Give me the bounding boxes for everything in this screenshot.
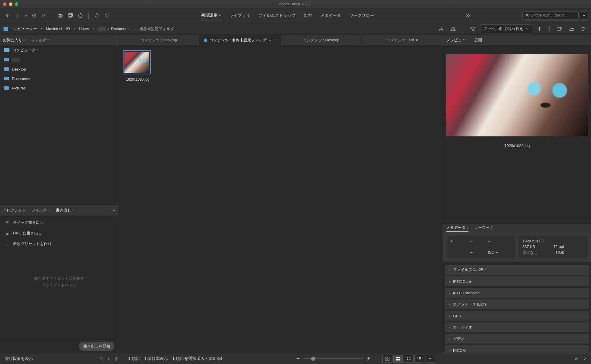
preview-image[interactable] — [446, 54, 588, 136]
edit-icon[interactable]: ✎ — [100, 356, 103, 361]
recent-button[interactable] — [30, 11, 38, 20]
export-dng[interactable]: ≣DNG に書き出し — [0, 228, 118, 239]
workspace-output[interactable]: 出力 — [303, 11, 313, 20]
svg-rect-8 — [388, 357, 389, 358]
breadcrumb[interactable]: Users› — [79, 27, 96, 31]
view-options-dropdown[interactable] — [425, 355, 435, 363]
delete-button[interactable] — [579, 25, 587, 33]
add-icon[interactable]: + — [108, 356, 110, 361]
svg-rect-9 — [386, 359, 387, 360]
breadcrumb[interactable]: Macintosh HD› — [46, 27, 77, 31]
options-button[interactable] — [555, 25, 564, 33]
workspace-workflow[interactable]: ワークフロー — [348, 11, 375, 20]
zoom-in-button[interactable]: + — [367, 355, 370, 362]
metadata-section[interactable]: ›IPTC Extension — [445, 288, 589, 298]
export-body: ⇱クイック書き出し ≣DNG に書き出し +新規プリセットを作成 書き出すプリセ… — [0, 216, 118, 339]
computer-icon — [4, 27, 8, 31]
favorite-item-pictures[interactable]: Pictures — [0, 83, 118, 93]
metadata-section[interactable]: ›カメラデータ (Exif) — [445, 299, 589, 310]
metadata-section[interactable]: ›GPS — [445, 311, 589, 321]
tab-publish[interactable]: 公開 — [474, 36, 482, 44]
content-tab[interactable]: コンテンツ : Desktop — [118, 35, 199, 45]
metadata-apply-button[interactable]: ✓ — [583, 356, 587, 361]
sort-dropdown[interactable]: ファイル名 で並べ替え — [480, 25, 532, 33]
metadata-section[interactable]: ›DICOM — [445, 345, 589, 353]
workspace-metadata[interactable]: メタデータ — [319, 11, 342, 20]
tab-preview[interactable]: プレビュー≡ — [446, 36, 468, 44]
search-input[interactable]: 🔍 Bridge 検索：現在の... — [522, 12, 579, 20]
workspace-filmstrip[interactable]: フィルムストリップ — [257, 11, 297, 20]
tab-favorites[interactable]: お気に入り≡ — [3, 36, 25, 44]
workspace-essentials[interactable]: 初期設定≡ — [200, 11, 222, 20]
breadcrumb[interactable]: コンピューター› — [10, 26, 44, 32]
get-from-camera-button[interactable] — [56, 11, 65, 20]
breadcrumb[interactable]: Documents› — [111, 27, 138, 31]
sort-ascending-button[interactable] — [535, 25, 544, 33]
preview-body: 1920x1080.jpg — [443, 45, 591, 223]
breadcrumb[interactable]: 名称未設定フォルダ — [139, 26, 174, 32]
new-folder-button[interactable] — [567, 25, 576, 33]
view-grid-button[interactable] — [393, 355, 403, 363]
workspace-libraries[interactable]: ライブラリ — [228, 11, 251, 20]
view-grid-locked-button[interactable] — [382, 355, 392, 363]
selection-status: 1 項目、1 項目非表示、1 項目を選択済み - 313 KB — [128, 356, 222, 361]
pathbar: コンピューター› Macintosh HD› Users› ▒▒▒› Docum… — [0, 23, 591, 35]
filter-button[interactable] — [468, 25, 477, 33]
tab-keywords[interactable]: キーワード — [474, 224, 493, 232]
open-in-camera-raw-button[interactable] — [66, 11, 75, 20]
maximize-window-button[interactable] — [15, 2, 18, 6]
view-list-button[interactable] — [414, 355, 424, 363]
content-tab[interactable]: コンテンツ : Desktop — [281, 35, 362, 45]
boomerang-button[interactable] — [40, 11, 48, 20]
refine-button[interactable] — [76, 11, 85, 20]
metadata-panel-tabs: メタデータ≡ キーワード — [443, 224, 591, 232]
search-scope-dropdown[interactable] — [580, 12, 588, 20]
close-window-button[interactable] — [3, 2, 7, 6]
rating-filter-button[interactable] — [437, 25, 446, 33]
nav-forward-button[interactable] — [13, 11, 22, 20]
rotate-ccw-button[interactable] — [92, 11, 101, 20]
thumbnail-quality-button[interactable] — [449, 25, 457, 33]
search-icon: 🔍 — [525, 14, 530, 18]
svg-rect-16 — [409, 358, 410, 358]
main-area: お気に入り≡ フォルダー コンピューター ▒▒▒ Desktop Documen… — [0, 35, 591, 353]
tab-collections[interactable]: コレクション — [3, 206, 26, 214]
chevron-right-icon: › — [449, 268, 450, 272]
nav-back-button[interactable] — [3, 11, 12, 20]
view-details-button[interactable] — [404, 355, 414, 363]
workspace-overflow-button[interactable] — [464, 11, 473, 20]
breadcrumb[interactable]: ▒▒▒ — [98, 27, 106, 31]
camera-settings-box: f/–– –– –ISO – — [447, 236, 515, 258]
favorite-item-documents[interactable]: Documents — [0, 74, 118, 83]
thumbnail-item[interactable]: 1920x1080.jpg — [123, 50, 152, 81]
metadata-cancel-button[interactable]: ✕ — [574, 356, 578, 361]
metadata-section[interactable]: ›ビデオ — [445, 334, 589, 344]
metadata-section[interactable]: ›オーディオ — [445, 322, 589, 333]
rotate-cw-button[interactable] — [102, 11, 111, 20]
tab-filter[interactable]: フィルター — [31, 206, 51, 214]
chevron-right-icon: › — [449, 303, 450, 306]
tab-folders[interactable]: フォルダー — [31, 36, 50, 44]
favorite-item-user[interactable]: ▒▒▒ — [0, 55, 118, 64]
start-export-button[interactable]: 書き出しを開始 — [79, 342, 114, 351]
nav-forward-dropdown[interactable] — [23, 11, 28, 20]
minimize-window-button[interactable] — [9, 2, 12, 6]
tab-metadata[interactable]: メタデータ≡ — [446, 224, 468, 232]
panel-overflow-button[interactable]: » — [113, 208, 115, 213]
tab-add-icon[interactable]: + — [269, 38, 271, 43]
tab-export[interactable]: 書き出し≡ — [56, 206, 74, 214]
export-quick[interactable]: ⇱クイック書き出し — [0, 217, 118, 228]
zoom-out-button[interactable]: − — [296, 355, 300, 362]
zoom-slider[interactable] — [303, 358, 363, 359]
favorite-item-desktop[interactable]: Desktop — [0, 64, 118, 74]
favorite-item-computer[interactable]: コンピューター — [0, 45, 118, 55]
export-new-preset[interactable]: +新規プリセットを作成 — [0, 239, 118, 249]
content-tab[interactable]: コンテンツ : apt_d — [362, 35, 443, 45]
content-grid[interactable]: 1920x1080.jpg — [118, 45, 443, 353]
progress-label[interactable]: 進行状況を表示 — [4, 356, 33, 361]
content-tab[interactable]: コンテンツ : 名称未設定フォルダ+≡ — [199, 35, 281, 45]
favorites-panel: コンピューター ▒▒▒ Desktop Documents Pictures — [0, 45, 118, 205]
metadata-section[interactable]: ›IPTC Core — [445, 276, 589, 287]
metadata-section[interactable]: ›ファイルプロパティ — [445, 265, 589, 275]
trash-icon[interactable]: 🗑 — [114, 356, 118, 361]
